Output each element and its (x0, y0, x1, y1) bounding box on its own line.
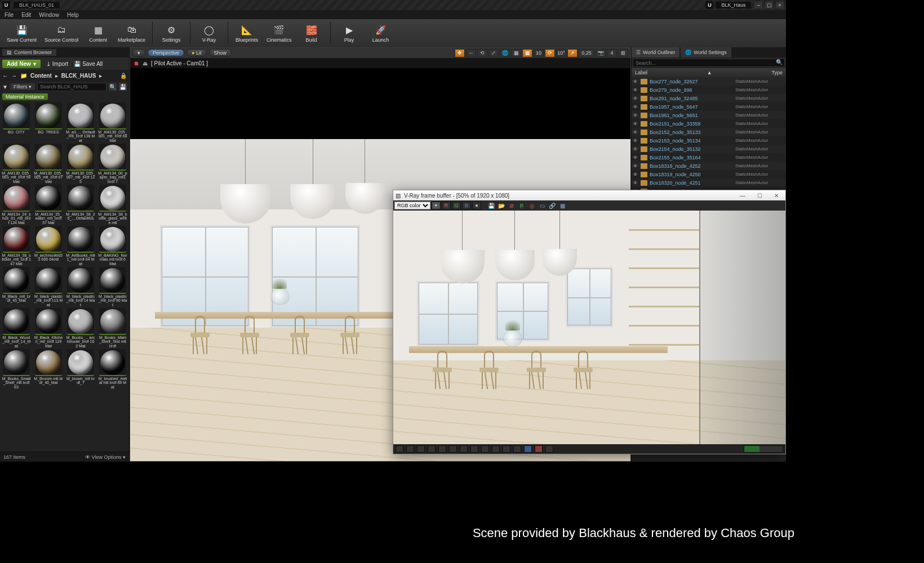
toolbar-play-button[interactable]: ▶Play (334, 20, 365, 46)
transform-scale-icon[interactable]: ⤢ (488, 49, 499, 57)
window-minimize-button[interactable]: – (754, 2, 762, 8)
outliner-row[interactable]: 👁Box291_node_32485StaticMeshActor (632, 94, 786, 102)
vfb-status-icon[interactable] (438, 445, 446, 453)
visibility-eye-icon[interactable]: 👁 (633, 172, 638, 177)
vfb-grid-icon[interactable]: ▦ (558, 202, 567, 209)
outliner-row[interactable]: 👁Box1957_node_5647StaticMeshActor (632, 102, 786, 111)
outliner-search-input[interactable] (633, 59, 785, 67)
outliner-row[interactable]: 👁Box18319_node_4250StaticMeshActor (632, 170, 786, 178)
vfb-clone-icon[interactable]: ⎘ (517, 202, 526, 209)
window-close-button[interactable]: × (776, 2, 784, 8)
visibility-eye-icon[interactable]: 👁 (633, 113, 638, 118)
vfb-channel-b[interactable]: B (462, 202, 471, 209)
outliner-row[interactable]: 👁Box277_node_32627StaticMeshActor (632, 77, 786, 86)
viewport-menu-button[interactable]: ▾ (132, 49, 145, 57)
tab-world-settings[interactable]: 🌐World Settings (681, 47, 731, 57)
transform-rotate-icon[interactable]: ⟲ (477, 49, 487, 57)
asset-item[interactable]: M_black_plastic_mtl_brdf 90 Mat (97, 267, 128, 306)
lock-icon[interactable]: 🔒 (120, 73, 127, 79)
search-icon[interactable]: 🔍 (776, 59, 783, 65)
vfb-load-icon[interactable]: 📂 (497, 202, 506, 209)
window-maximize-button[interactable]: ☐ (753, 193, 766, 199)
visibility-eye-icon[interactable]: 👁 (633, 129, 638, 135)
grid-snap-value[interactable]: 10 (534, 49, 544, 57)
toolbar-save-current-button[interactable]: 💾Save Current (3, 20, 40, 46)
vfb-status-icon[interactable] (470, 445, 478, 453)
vfb-status-icon[interactable] (428, 445, 436, 453)
save-all-button[interactable]: 💾Save All (74, 61, 103, 67)
vfb-status-icon[interactable] (492, 445, 500, 453)
asset-item[interactable]: M_AM130_035_001_mtl_brdf 68 Mat (97, 102, 128, 142)
asset-item[interactable]: M_AM130_035_005_mtl_brdf 67 Mat (33, 144, 64, 183)
menu-file[interactable]: File (5, 12, 14, 18)
asset-item[interactable]: M_Books_Small_Shelf_mtl brdf 63 (1, 349, 32, 388)
outliner-row[interactable]: 👁Box18318_node_4252StaticMeshActor (632, 162, 786, 170)
asset-item[interactable]: M_ArtBooks_mtl1_mtl brdf 64 Mat (65, 226, 96, 265)
visibility-eye-icon[interactable]: 👁 (633, 155, 638, 160)
asset-item[interactable]: M_black_plastic_mtl_brdf 113 Mat (33, 267, 64, 306)
tab-world-outliner[interactable]: ☰World Outliner (632, 47, 679, 57)
toolbar-marketplace-button[interactable]: 🛍Marketplace (114, 20, 149, 46)
filter-icon[interactable]: ▼ (2, 84, 8, 90)
vfb-channel-select[interactable]: RGB color (394, 202, 430, 209)
perspective-button[interactable]: Perspective (148, 49, 184, 57)
asset-item[interactable]: M_Bronze mtl brdf_40_Mat (33, 349, 64, 388)
asset-item[interactable]: M_Black_Wood_mtl_brdf_14_Mat (1, 308, 32, 347)
outliner-row[interactable]: 👁Box18320_node_4251StaticMeshActor (632, 178, 786, 187)
forward-icon[interactable]: → (11, 73, 17, 79)
toolbar-build-button[interactable]: 🧱Build (296, 20, 327, 46)
angle-snap-icon[interactable]: ⟳ (545, 49, 555, 57)
lit-button[interactable]: ● Lit (186, 49, 206, 57)
vfb-channel-mono[interactable]: ● (472, 202, 481, 209)
vfb-status-icon[interactable] (449, 445, 457, 453)
titlebar-tab[interactable]: BLK_HAUS_01 (14, 2, 60, 8)
visibility-eye-icon[interactable]: 👁 (633, 79, 638, 84)
transform-move-icon[interactable]: ↔ (466, 49, 476, 57)
search-input[interactable] (37, 83, 106, 91)
visibility-eye-icon[interactable]: 👁 (633, 96, 638, 101)
menu-window[interactable]: Window (39, 12, 59, 18)
asset-item[interactable]: M_archmodels52 005 04mtl (33, 226, 64, 265)
vfb-link-icon[interactable]: 🔗 (548, 202, 557, 209)
visibility-eye-icon[interactable]: 👁 (633, 146, 638, 152)
vfb-status-icon[interactable] (417, 445, 425, 453)
filters-button[interactable]: Filters ▾ (10, 83, 35, 90)
camera-speed-icon[interactable]: 📷 (596, 49, 606, 57)
vfb-channel-g[interactable]: G (452, 202, 461, 209)
vfb-channel-rgb[interactable]: ✦ (432, 202, 441, 209)
grid-snap-icon[interactable]: ▦ (522, 49, 532, 57)
scale-snap-icon[interactable]: ↗ (567, 49, 578, 57)
toolbar-v-ray-button[interactable]: ◯V-Ray (194, 20, 224, 46)
breadcrumb[interactable]: ← → 📁 Content▸ BLCK_HAUS▸ 🔒 (0, 70, 129, 81)
asset-item[interactable]: M_AM134_38_sticker_mtl_brdf 147 Mat (1, 226, 32, 265)
asset-item[interactable]: M_Books_Main_Shelf_Test mtl brdf (97, 308, 128, 347)
maximize-viewport-icon[interactable]: ⊞ (618, 49, 628, 57)
asset-item[interactable]: BG_TREES (33, 102, 64, 142)
asset-item[interactable]: M_Black_Kitchen_mtl_brdf 129 Mat (33, 308, 64, 347)
asset-item[interactable]: M_AM134_24_shoe_01_mtl_brdf 124 Mat (1, 185, 32, 224)
asset-item[interactable]: M_AM134_38_bottle_glass_white mtl (97, 185, 128, 224)
outliner-row[interactable]: 👁Box279_node_996StaticMeshActor (632, 86, 786, 94)
vfb-render-image[interactable] (393, 211, 785, 444)
outliner-row[interactable]: 👁Box1961_node_5651StaticMeshActor (632, 111, 786, 119)
import-button[interactable]: ⤓Import (46, 61, 68, 67)
visibility-eye-icon[interactable]: 👁 (633, 87, 638, 93)
toolbar-content-button[interactable]: ▦Content (83, 20, 113, 46)
asset-item[interactable]: M_Books_... archmodel_brdf 102 Mat (65, 308, 96, 347)
menu-edit[interactable]: Edit (21, 12, 31, 18)
visibility-eye-icon[interactable]: 👁 (633, 138, 638, 144)
toolbar-settings-button[interactable]: ⚙Settings (156, 20, 186, 46)
show-button[interactable]: Show (209, 49, 232, 57)
asset-item[interactable]: M_brushed_metal mtl brdf 89 Mat (97, 349, 128, 388)
scale-snap-value[interactable]: 0,25 (579, 49, 594, 57)
asset-item[interactable]: M_black_plastic_mtl_brdf 14 Mat (65, 267, 96, 306)
vfb-status-icon[interactable] (535, 445, 543, 453)
outliner-row[interactable]: 👁Box2154_node_35132StaticMeshActor (632, 145, 786, 153)
vfb-status-icon[interactable] (481, 445, 489, 453)
vfb-track-icon[interactable]: ◎ (527, 202, 536, 209)
vfb-region-icon[interactable]: ▭ (537, 202, 547, 209)
angle-snap-value[interactable]: 10° (556, 49, 566, 57)
asset-item[interactable]: M_AM130_035_007_mtl_brdf 125 (65, 144, 96, 183)
vfb-save-icon[interactable]: 💾 (487, 202, 496, 209)
column-label[interactable]: Label (635, 70, 647, 75)
